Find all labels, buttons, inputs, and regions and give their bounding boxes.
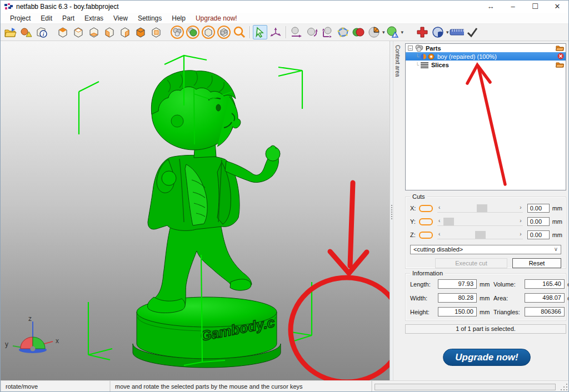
tree-row-parts[interactable]: – Parts (406, 44, 566, 52)
section-view-icon[interactable] (367, 25, 381, 39)
information-group: Information Length: 97.93 mm Volume: 165… (405, 273, 566, 321)
length-label: Length: (410, 281, 438, 288)
length-value: 97.93 (438, 279, 477, 289)
cut-y-slider-thumb[interactable] (443, 218, 454, 225)
add-part-icon[interactable] (19, 25, 33, 39)
menu-help[interactable]: Help (167, 14, 191, 22)
menu-extras[interactable]: Extras (79, 14, 108, 22)
context-area-tab[interactable]: Context area (393, 41, 402, 380)
measuring-dropdown-icon[interactable]: ▾ (446, 29, 449, 35)
slider-right-arrow-icon[interactable]: › (520, 218, 521, 224)
part-item-label: boy (repaired) (100%) (437, 53, 497, 60)
view-top-icon[interactable] (71, 25, 86, 39)
menu-part[interactable]: Part (57, 14, 79, 22)
tree-row-boy-selected[interactable]: └ boy (repaired) (100%) (406, 52, 566, 61)
section-view-dropdown-icon[interactable]: ▾ (382, 29, 385, 35)
axis-label-y: y (5, 340, 8, 348)
menu-upgrade-now[interactable]: Upgrade now! (191, 14, 242, 22)
area-value: 498.07 (525, 293, 565, 303)
repair-script-dropdown-icon[interactable]: ▾ (401, 29, 404, 35)
menu-settings[interactable]: Settings (133, 14, 167, 22)
menu-project[interactable]: Project (5, 14, 36, 22)
slider-left-arrow-icon[interactable]: ‹ (438, 231, 440, 237)
visibility-eye-icon[interactable] (427, 53, 435, 60)
show-all-parts-icon[interactable] (170, 25, 184, 39)
context-area-label: Context area (395, 45, 401, 77)
volume-value: 165.40 (525, 279, 565, 289)
cut-y-slider[interactable]: ‹ › (437, 217, 523, 226)
cut-row-x: X: ‹ › 0.00 mm (406, 202, 566, 215)
cut-y-toggle-button[interactable] (419, 218, 433, 225)
height-label: Height: (410, 309, 438, 315)
slider-left-arrow-icon[interactable]: ‹ (438, 204, 440, 210)
load-part-folder-icon[interactable] (556, 44, 564, 51)
cut-z-toggle-button[interactable] (419, 232, 433, 239)
show-bounding-box-icon[interactable] (201, 25, 216, 39)
menu-view[interactable]: View (108, 14, 133, 22)
cut-z-slider-thumb[interactable] (475, 231, 486, 239)
view-back-icon[interactable] (149, 25, 163, 39)
cut-x-value-input[interactable]: 0.00 (527, 204, 550, 213)
repair-script-icon[interactable]: ! (386, 25, 400, 39)
slider-right-arrow-icon[interactable]: › (520, 231, 521, 237)
tree-row-slices[interactable]: └ Slices (406, 61, 566, 69)
remove-part-icon[interactable] (557, 53, 564, 59)
cut-x-toggle-button[interactable] (419, 205, 433, 212)
view-front-icon[interactable] (133, 25, 148, 39)
load-slice-folder-icon[interactable] (556, 61, 564, 68)
part-info-icon[interactable]: i (34, 25, 49, 39)
model-shoe-right (230, 279, 251, 290)
execute-cut-button[interactable]: Execute cut (435, 258, 507, 268)
restore-size-icon[interactable]: ↔ (480, 1, 502, 13)
main-toolbar: i ▾ ! ▾ ▾ (1, 24, 568, 41)
annotation-circle (291, 278, 390, 380)
cutting-mode-dropdown[interactable]: <cutting disabled> ∨ (410, 245, 561, 254)
status-bar: rotate/move move and rotate the selected… (1, 380, 569, 392)
rotate-move-tool[interactable] (268, 25, 283, 39)
cut-x-slider[interactable]: ‹ › (437, 204, 523, 213)
slider-left-arrow-icon[interactable]: ‹ (438, 218, 440, 224)
collapse-expander-icon[interactable]: – (408, 46, 413, 51)
viewport-3d[interactable]: Gambody.c (1, 41, 390, 380)
ruler-icon[interactable] (450, 25, 464, 39)
boolean-icon[interactable] (351, 25, 366, 39)
move-part-icon[interactable] (289, 25, 303, 39)
cut-row-z: Z: ‹ › 0.00 mm (406, 228, 566, 242)
show-selected-parts-icon[interactable] (186, 25, 200, 39)
cut-x-slider-thumb[interactable] (477, 204, 487, 212)
resize-grip[interactable] (561, 384, 568, 391)
show-parts-in-box-icon[interactable] (217, 25, 231, 39)
annotation-arrow-down (330, 183, 367, 273)
menu-edit[interactable]: Edit (36, 14, 57, 22)
repair-part-icon[interactable] (415, 25, 430, 39)
axis-label-x: x (56, 337, 59, 345)
minimize-button[interactable]: – (502, 1, 524, 13)
slider-right-arrow-icon[interactable]: › (520, 204, 521, 210)
axes-indicator: z x y (5, 315, 59, 353)
part-status-icon (420, 53, 427, 60)
cut-z-slider[interactable]: ‹ › (437, 230, 523, 239)
select-tool[interactable] (253, 25, 267, 39)
upgrade-now-button[interactable]: Upgrade now! (443, 349, 531, 366)
parts-tree[interactable]: – Parts └ boy (repaired) (100%) └ (405, 43, 566, 190)
free-cut-icon[interactable] (336, 25, 350, 39)
close-button[interactable]: ✕ (546, 1, 568, 13)
view-iso-icon[interactable] (56, 25, 70, 39)
cut-z-value-input[interactable]: 0.00 (527, 230, 550, 239)
scale-part-icon[interactable] (320, 25, 335, 39)
new-measuring-icon[interactable] (431, 25, 445, 39)
maximize-button[interactable]: ☐ (524, 1, 546, 13)
area-label: Area: (493, 295, 525, 301)
rotate-part-icon[interactable] (305, 25, 319, 39)
zoom-icon[interactable] (232, 25, 247, 39)
cuts-group: Cuts X: ‹ › 0.00 mm Y: (405, 197, 566, 269)
reset-button[interactable]: Reset (512, 258, 561, 268)
cut-y-value-input[interactable]: 0.00 (527, 217, 550, 226)
view-right-icon[interactable] (118, 25, 132, 39)
open-project-icon[interactable] (3, 25, 18, 39)
view-bottom-icon[interactable] (87, 25, 101, 39)
information-group-title: Information (410, 270, 445, 277)
view-left-icon[interactable] (102, 25, 117, 39)
apply-check-icon[interactable] (465, 25, 480, 39)
volume-label: Volume: (493, 281, 525, 288)
